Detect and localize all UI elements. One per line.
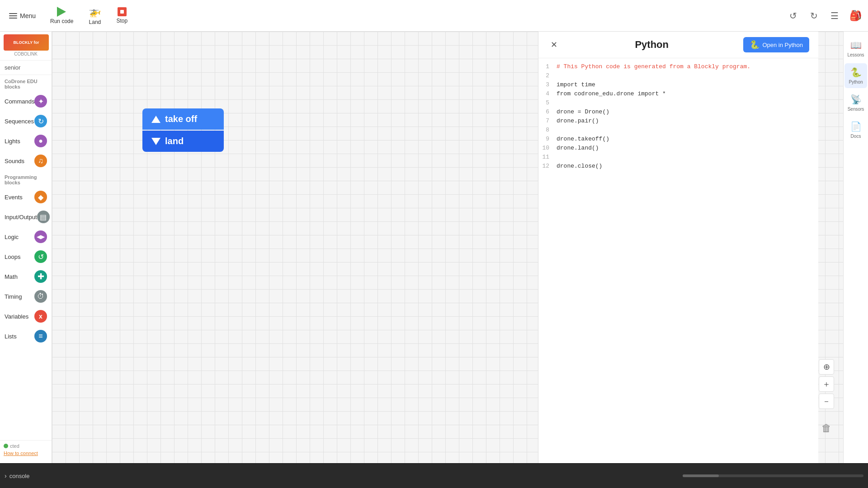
- sidebar-item-commands[interactable]: Commands ✦: [0, 91, 52, 111]
- code-line-2: 2: [538, 72, 818, 81]
- bag-button[interactable]: 🎒: [847, 8, 863, 24]
- python-title: Python: [635, 39, 669, 51]
- undo-button[interactable]: ↺: [785, 8, 801, 24]
- code-line-8: 8: [538, 126, 818, 135]
- lights-icon: ●: [34, 135, 47, 147]
- python-close-button[interactable]: ✕: [547, 38, 560, 51]
- zoom-in-btn[interactable]: ＋: [819, 376, 834, 392]
- python-panel-icon: 🐍: [850, 67, 862, 78]
- status-dot: [4, 444, 8, 448]
- trash-btn[interactable]: 🗑: [819, 421, 834, 436]
- sidebar-item-events[interactable]: Events ◆: [0, 187, 52, 207]
- console-arrow-icon: ›: [5, 472, 7, 479]
- inputoutput-icon: ▤: [37, 211, 50, 223]
- stop-button[interactable]: Stop: [111, 5, 133, 26]
- arrow-down-icon: [151, 138, 160, 145]
- scrollbar-thumb[interactable]: [683, 474, 719, 477]
- lessons-icon: 📖: [850, 40, 862, 51]
- open-python-label: Open in Python: [762, 42, 803, 48]
- code-line-4: 4 from codrone_edu.drone import *: [538, 90, 818, 99]
- canvas-area[interactable]: take off land ⊕ ＋ － 🗑 ✕ Python 🐍 O: [52, 32, 843, 463]
- bag-icon: 🎒: [849, 10, 862, 22]
- target-btn[interactable]: ⊕: [819, 359, 834, 375]
- section2-title: Programming blocks: [0, 171, 52, 187]
- land-icon: 🚁: [89, 6, 101, 18]
- stop-icon: [118, 7, 127, 16]
- menu-button[interactable]: Menu: [5, 9, 40, 22]
- takeoff-block[interactable]: take off: [142, 108, 224, 130]
- sidebar-item-sounds[interactable]: Sounds ♫: [0, 151, 52, 171]
- code-line-1: 1 # This Python code is generated from a…: [538, 63, 818, 72]
- sidebar-item-timing[interactable]: Timing ⏱: [0, 286, 52, 306]
- docs-icon: 📄: [850, 121, 862, 132]
- close-icon: ✕: [551, 40, 557, 50]
- how-to-connect-link[interactable]: How to connect: [4, 450, 48, 456]
- land-block-label: land: [165, 136, 184, 146]
- toolbar: Menu Run code 🚁 Land Stop ↺ ↻ ☰ 🎒: [0, 0, 868, 32]
- sidebar-item-math[interactable]: Math ✚: [0, 267, 52, 286]
- lessons-panel-btn[interactable]: 📖 Lessons: [844, 36, 867, 61]
- run-code-button[interactable]: Run code: [45, 5, 79, 26]
- console-toggle[interactable]: › console: [5, 472, 29, 479]
- takeoff-label: take off: [165, 114, 197, 124]
- undo-icon: ↺: [789, 10, 797, 21]
- scrollbar-track[interactable]: [683, 474, 863, 477]
- code-line-3: 3 import time: [538, 81, 818, 90]
- logo-area: BLOCKLY for COBOLINK: [0, 32, 52, 61]
- land-block[interactable]: land: [142, 131, 224, 152]
- redo-button[interactable]: ↻: [806, 8, 822, 24]
- sidebar-item-logic[interactable]: Logic ◀▶: [0, 227, 52, 247]
- land-label: Land: [89, 19, 101, 25]
- connection-status: cted: [4, 443, 48, 449]
- sidebar-item-sequences[interactable]: Sequences ↻: [0, 111, 52, 131]
- docs-label: Docs: [851, 134, 861, 139]
- connection-area: cted How to connect: [0, 440, 52, 459]
- variables-icon: x: [34, 310, 47, 323]
- user-label: senior: [0, 61, 52, 75]
- code-line-6: 6 drone = Drone(): [538, 108, 818, 117]
- open-in-python-button[interactable]: 🐍 Open in Python: [743, 37, 809, 52]
- docs-panel-btn[interactable]: 📄 Docs: [844, 117, 867, 142]
- arrow-up-icon: [151, 116, 160, 123]
- canvas-tools: ⊕ ＋ －: [819, 359, 834, 409]
- code-line-11: 11: [538, 153, 818, 162]
- commands-icon: ✦: [34, 95, 47, 108]
- timing-icon: ⏱: [34, 290, 47, 303]
- python-header: ✕ Python 🐍 Open in Python: [538, 32, 818, 58]
- code-line-12: 12 drone.close(): [538, 162, 818, 171]
- sidebar-item-lists[interactable]: Lists ≡: [0, 326, 52, 346]
- sidebar-item-variables[interactable]: Variables x: [0, 306, 52, 326]
- bottom-bar: › console: [0, 463, 868, 488]
- sidebar: BLOCKLY for COBOLINK senior CoDrone EDU …: [0, 32, 52, 463]
- right-panel: 📖 Lessons 🐍 Python 📡 Sensors 📄 Docs: [843, 32, 868, 463]
- app-logo: BLOCKLY for: [4, 34, 49, 51]
- block-group[interactable]: take off land: [142, 108, 224, 152]
- python-code-area[interactable]: 1 # This Python code is generated from a…: [538, 58, 818, 463]
- land-button[interactable]: 🚁 Land: [83, 4, 106, 27]
- python-logo-icon: 🐍: [750, 40, 760, 50]
- sounds-icon: ♫: [34, 155, 47, 167]
- sidebar-item-inputoutput[interactable]: Input/Output ▤: [0, 207, 52, 227]
- code-line-10: 10 drone.land(): [538, 144, 818, 153]
- stop-label: Stop: [116, 18, 127, 24]
- options-button[interactable]: ☰: [826, 8, 843, 24]
- cobolink-label: COBOLINK: [4, 51, 48, 57]
- options-icon: ☰: [830, 10, 839, 21]
- zoom-out-btn[interactable]: －: [819, 394, 834, 409]
- menu-label: Menu: [20, 12, 36, 19]
- lessons-label: Lessons: [847, 52, 864, 57]
- python-panel-label: Python: [849, 80, 863, 84]
- python-panel-btn[interactable]: 🐍 Python: [844, 63, 867, 88]
- console-label: console: [9, 473, 30, 479]
- run-label: Run code: [50, 18, 73, 24]
- sensors-panel-btn[interactable]: 📡 Sensors: [844, 90, 867, 115]
- code-line-5: 5: [538, 99, 818, 108]
- connection-text: cted: [10, 443, 19, 449]
- sidebar-item-lights[interactable]: Lights ●: [0, 131, 52, 151]
- redo-icon: ↻: [810, 10, 818, 21]
- loops-icon: ↺: [34, 250, 47, 263]
- sidebar-item-loops[interactable]: Loops ↺: [0, 247, 52, 267]
- code-line-7: 7 drone.pair(): [538, 117, 818, 126]
- python-overlay: ✕ Python 🐍 Open in Python 1 # This Pytho…: [538, 32, 818, 463]
- sequences-icon: ↻: [34, 115, 47, 127]
